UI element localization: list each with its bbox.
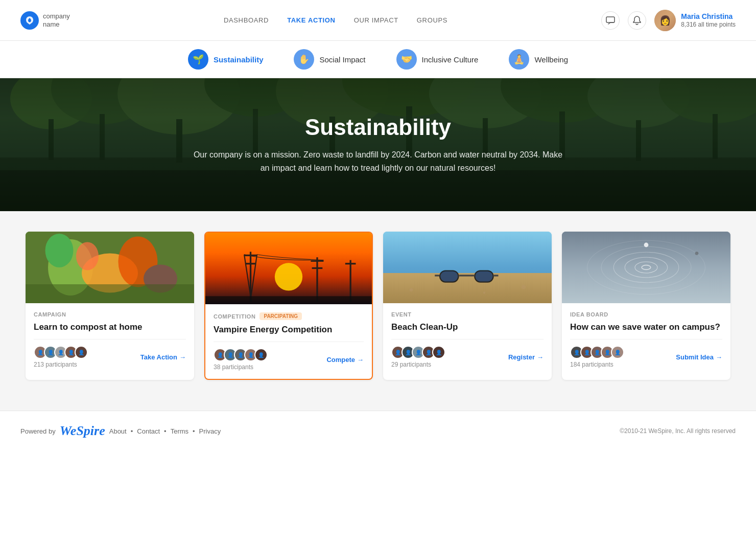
sub-nav-wellbeing[interactable]: 🧘 Wellbeing bbox=[509, 49, 568, 70]
card-2-title: Vampire Energy Competition bbox=[214, 324, 364, 335]
svg-point-28 bbox=[45, 234, 74, 267]
header-right: 👩 Maria Christina 8,316 all time points bbox=[601, 10, 736, 31]
svg-rect-43 bbox=[345, 263, 356, 264]
svg-rect-13 bbox=[100, 114, 105, 160]
card-4-image bbox=[562, 232, 730, 303]
svg-point-55 bbox=[522, 285, 526, 289]
svg-point-30 bbox=[76, 242, 99, 270]
footer-left: Powered by WeSpire About • Contact • Ter… bbox=[20, 423, 221, 439]
svg-rect-12 bbox=[49, 119, 54, 160]
hero-title: Sustainability bbox=[189, 115, 567, 140]
nav-dashboard[interactable]: DASHBOARD bbox=[224, 16, 269, 24]
user-area[interactable]: 👩 Maria Christina 8,316 all time points bbox=[654, 10, 736, 31]
svg-rect-39 bbox=[316, 257, 318, 302]
inclusive-culture-label: Inclusive Culture bbox=[422, 55, 479, 64]
svg-rect-52 bbox=[440, 271, 458, 282]
footer-copyright: ©2010-21 WeSpire, Inc. All rights reserv… bbox=[620, 427, 736, 435]
card-4-title: How can we save water on campus? bbox=[570, 322, 722, 333]
footer-logo: WeSpire bbox=[60, 423, 105, 439]
sub-nav-inclusive-culture[interactable]: 🤝 Inclusive Culture bbox=[396, 49, 479, 70]
svg-rect-31 bbox=[26, 284, 194, 303]
cards-section: CAMPAIGN Learn to compost at home 👤 👤 👤 … bbox=[0, 211, 756, 411]
logo[interactable]: company name bbox=[20, 11, 70, 30]
nav-our-impact[interactable]: OUR IMPACT bbox=[354, 16, 398, 24]
card-1-action[interactable]: Take Action → bbox=[140, 353, 186, 361]
footer-about[interactable]: About bbox=[109, 427, 127, 435]
svg-rect-36 bbox=[245, 263, 256, 264]
card-3-title: Beach Clean-Up bbox=[391, 322, 544, 333]
card-2-participants: 38 participants bbox=[214, 364, 268, 371]
svg-point-33 bbox=[275, 263, 302, 290]
card-2-avatars: 👤 👤 👤 👤 👤 bbox=[214, 348, 268, 361]
footer-links: About • Contact • Terms • Privacy bbox=[109, 427, 221, 435]
card-3-action[interactable]: Register → bbox=[508, 353, 544, 361]
nav-groups[interactable]: GROUPS bbox=[417, 16, 447, 24]
card-2-action[interactable]: Compete → bbox=[326, 356, 364, 364]
card-3-body: EVENT Beach Clean-Up 👤 👤 👤 👤 👤 bbox=[383, 303, 552, 376]
svg-rect-44 bbox=[205, 296, 372, 304]
footer-terms[interactable]: Terms bbox=[171, 427, 188, 435]
social-impact-label: Social Impact bbox=[319, 55, 365, 64]
main-nav: DASHBOARD TAKE ACTION OUR IMPACT GROUPS bbox=[224, 16, 447, 24]
card-3-avatars: 👤 👤 👤 👤 👤 bbox=[391, 346, 445, 359]
svg-rect-0 bbox=[606, 17, 615, 22]
svg-point-64 bbox=[644, 243, 649, 247]
svg-point-56 bbox=[483, 291, 485, 293]
card-1-image bbox=[26, 232, 194, 303]
svg-point-65 bbox=[695, 252, 699, 255]
sustainability-icon: 🌱 bbox=[188, 49, 208, 70]
powered-by-text: Powered by bbox=[20, 427, 56, 435]
messages-button[interactable] bbox=[601, 11, 620, 30]
svg-rect-40 bbox=[311, 260, 323, 262]
wellbeing-icon: 🧘 bbox=[509, 49, 529, 70]
card-1-participants: 213 participants bbox=[34, 361, 88, 368]
svg-rect-42 bbox=[350, 260, 351, 302]
sustainability-label: Sustainability bbox=[214, 55, 264, 64]
avatar: 👩 bbox=[654, 10, 676, 31]
card-1-footer: 👤 👤 👤 👤 👤 213 participants Take Action → bbox=[34, 346, 186, 368]
svg-rect-21 bbox=[713, 114, 718, 159]
card-learn-compost: CAMPAIGN Learn to compost at home 👤 👤 👤 … bbox=[26, 232, 194, 380]
inclusive-culture-icon: 🤝 bbox=[396, 49, 417, 70]
sub-nav-sustainability[interactable]: 🌱 Sustainability bbox=[188, 49, 264, 70]
hero-section: Sustainability Our company is on a missi… bbox=[0, 78, 756, 211]
nav-take-action[interactable]: TAKE ACTION bbox=[287, 16, 336, 24]
hero-content: Sustainability Our company is on a missi… bbox=[169, 115, 587, 174]
card-2-body: COMPETITION PARCIPATING Vampire Energy C… bbox=[205, 304, 372, 379]
card-beach-cleanup: EVENT Beach Clean-Up 👤 👤 👤 👤 👤 bbox=[383, 232, 552, 380]
svg-rect-51 bbox=[494, 275, 499, 276]
svg-rect-23 bbox=[0, 170, 756, 211]
card-3-type: EVENT bbox=[391, 311, 411, 318]
user-info: Maria Christina 8,316 all time points bbox=[681, 12, 736, 29]
card-4-type: IDEA BOARD bbox=[570, 311, 608, 318]
footer-contact[interactable]: Contact bbox=[137, 427, 160, 435]
card-1-avatars: 👤 👤 👤 👤 👤 bbox=[34, 346, 88, 359]
card-2-image bbox=[205, 233, 372, 304]
logo-icon bbox=[20, 11, 39, 30]
svg-rect-50 bbox=[435, 275, 439, 276]
svg-point-54 bbox=[410, 288, 413, 292]
svg-rect-49 bbox=[459, 275, 475, 276]
card-save-water: IDEA BOARD How can we save water on camp… bbox=[562, 232, 730, 380]
logo-text: company name bbox=[43, 12, 70, 28]
card-3-footer: 👤 👤 👤 👤 👤 29 participants Register → bbox=[391, 346, 544, 368]
user-points: 8,316 all time points bbox=[681, 21, 736, 29]
card-1-body: CAMPAIGN Learn to compost at home 👤 👤 👤 … bbox=[26, 303, 194, 376]
svg-rect-46 bbox=[383, 273, 552, 303]
sub-nav-social-impact[interactable]: ✋ Social Impact bbox=[294, 49, 365, 70]
svg-rect-20 bbox=[636, 120, 641, 161]
card-2-footer: 👤 👤 👤 👤 👤 38 participants Compete → bbox=[214, 348, 364, 371]
cards-grid: CAMPAIGN Learn to compost at home 👤 👤 👤 … bbox=[26, 232, 730, 380]
card-4-footer: 👤 👤 👤 👤 👤 184 participants Submit Idea → bbox=[570, 346, 722, 368]
card-3-participants: 29 participants bbox=[391, 361, 445, 368]
notifications-button[interactable] bbox=[628, 11, 646, 30]
hero-description: Our company is on a mission. Zero waste … bbox=[189, 148, 567, 174]
header: company name DASHBOARD TAKE ACTION OUR I… bbox=[0, 0, 756, 41]
card-1-title: Learn to compost at home bbox=[34, 322, 186, 333]
svg-rect-53 bbox=[475, 271, 492, 282]
sub-nav: 🌱 Sustainability ✋ Social Impact 🤝 Inclu… bbox=[0, 41, 756, 78]
svg-rect-41 bbox=[312, 267, 323, 269]
card-4-avatars: 👤 👤 👤 👤 👤 bbox=[570, 346, 624, 359]
card-4-action[interactable]: Submit Idea → bbox=[676, 353, 722, 361]
footer-privacy[interactable]: Privacy bbox=[199, 427, 221, 435]
